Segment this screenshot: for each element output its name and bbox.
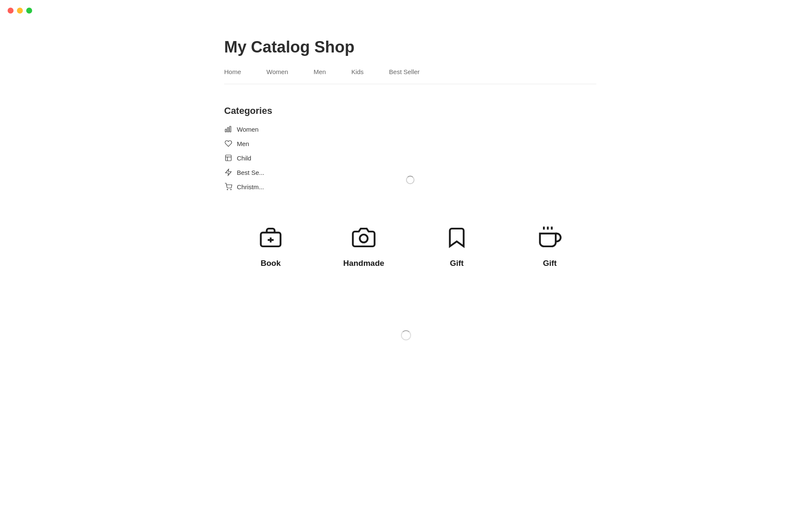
product-gift-2[interactable]: Gift bbox=[503, 225, 596, 268]
svg-point-7 bbox=[227, 189, 228, 190]
book-icon bbox=[224, 154, 233, 162]
bar-chart-icon bbox=[224, 125, 233, 133]
cart-icon bbox=[224, 182, 233, 191]
maximize-button[interactable] bbox=[26, 8, 32, 14]
nav-best-seller[interactable]: Best Seller bbox=[389, 68, 420, 75]
main-content: My Catalog Shop Home Women Men Kids Best… bbox=[216, 0, 596, 268]
category-christmas[interactable]: Christm... bbox=[224, 182, 264, 191]
product-handmade-label: Handmade bbox=[343, 259, 384, 268]
category-child[interactable]: Child bbox=[224, 154, 264, 162]
category-men[interactable]: Men bbox=[224, 139, 264, 148]
bookmark-icon bbox=[444, 225, 469, 250]
product-gift-2-label: Gift bbox=[543, 259, 557, 268]
category-best-seller-label: Best Se... bbox=[237, 169, 264, 176]
nav-bar: Home Women Men Kids Best Seller bbox=[224, 68, 596, 84]
product-gift-1[interactable]: Gift bbox=[410, 225, 503, 268]
product-handmade[interactable]: Handmade bbox=[317, 225, 410, 268]
category-men-label: Men bbox=[237, 140, 249, 147]
loading-spinner-large bbox=[401, 330, 411, 340]
product-book-label: Book bbox=[261, 259, 281, 268]
category-best-seller[interactable]: Best Se... bbox=[224, 168, 264, 177]
camera-icon bbox=[351, 225, 376, 250]
category-child-label: Child bbox=[237, 155, 251, 162]
category-items: Women Men bbox=[224, 125, 264, 191]
svg-rect-1 bbox=[228, 127, 229, 132]
briefcase-icon bbox=[258, 225, 283, 250]
category-women-label: Women bbox=[237, 126, 258, 133]
nav-home[interactable]: Home bbox=[224, 68, 241, 75]
product-gift-1-label: Gift bbox=[450, 259, 464, 268]
minimize-button[interactable] bbox=[17, 8, 23, 14]
window-controls bbox=[8, 8, 32, 14]
nav-women[interactable]: Women bbox=[266, 68, 288, 75]
products-section: Book Handmade Gift bbox=[224, 225, 596, 268]
svg-point-8 bbox=[230, 189, 231, 190]
close-button[interactable] bbox=[8, 8, 14, 14]
categories-section: Categories Women bbox=[224, 105, 596, 191]
category-women[interactable]: Women bbox=[224, 125, 264, 133]
nav-kids[interactable]: Kids bbox=[351, 68, 364, 75]
nav-men[interactable]: Men bbox=[313, 68, 326, 75]
heart-icon bbox=[224, 139, 233, 148]
loading-spinner-small bbox=[406, 176, 414, 184]
bolt-icon bbox=[224, 168, 233, 177]
svg-point-12 bbox=[360, 235, 368, 243]
shop-title: My Catalog Shop bbox=[224, 38, 596, 56]
product-book[interactable]: Book bbox=[224, 225, 317, 268]
svg-rect-3 bbox=[225, 155, 231, 161]
coffee-icon bbox=[537, 225, 562, 250]
svg-marker-6 bbox=[225, 169, 231, 176]
category-christmas-label: Christm... bbox=[237, 183, 264, 190]
categories-list: Women Men bbox=[224, 125, 264, 191]
svg-rect-2 bbox=[230, 126, 231, 132]
svg-rect-0 bbox=[225, 129, 227, 132]
categories-title: Categories bbox=[224, 105, 596, 116]
